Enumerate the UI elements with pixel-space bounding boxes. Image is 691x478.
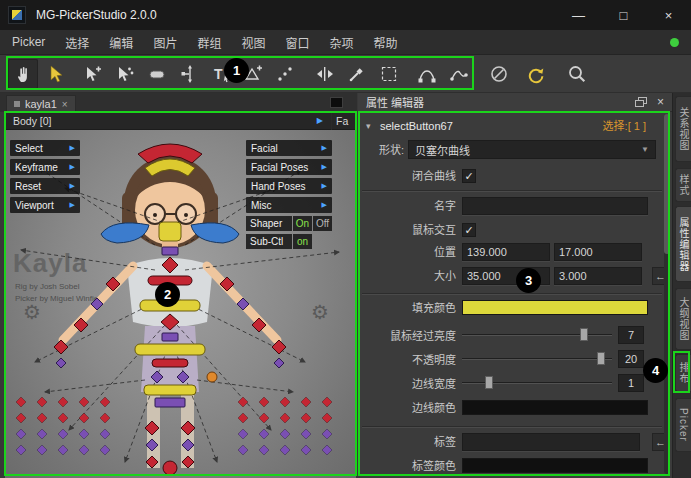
picker-button-select[interactable]: Select ▶ bbox=[10, 140, 80, 156]
hover-brightness-slider[interactable] bbox=[462, 326, 612, 344]
size-label: 大小 bbox=[366, 266, 456, 286]
annotation-badge-1: 1 bbox=[224, 58, 249, 83]
picker-button-label: Select bbox=[15, 143, 43, 154]
dock-tab-arrange[interactable]: 排布 bbox=[675, 354, 691, 392]
slider-handle[interactable] bbox=[597, 352, 605, 365]
dock-tab-outliner[interactable]: 大纲视图 bbox=[675, 288, 691, 350]
tab-close-icon[interactable]: × bbox=[62, 99, 68, 110]
dock-tab-attribute-editor[interactable]: 属性编辑器 bbox=[675, 206, 691, 282]
mouse-interact-label: 鼠标交互 bbox=[366, 220, 456, 240]
finger-button-grids bbox=[16, 397, 332, 455]
eyedropper-tool-icon[interactable] bbox=[342, 59, 372, 89]
svg-text:T: T bbox=[214, 66, 223, 82]
maximize-button[interactable]: □ bbox=[601, 0, 646, 30]
app-window: MG-PickerStudio 2.0.0 — □ × Picker 选择 编辑… bbox=[0, 0, 691, 478]
border-color-swatch[interactable] bbox=[462, 400, 648, 415]
gear-icon[interactable]: ⚙ bbox=[23, 302, 41, 322]
dock-tab-style[interactable]: 样式 bbox=[675, 168, 691, 202]
closed-curve-checkbox[interactable]: ✓ bbox=[462, 169, 476, 183]
tab-kayla1[interactable]: kayla1 × bbox=[6, 95, 76, 112]
shape-type-dropdown[interactable]: 贝塞尔曲线 ▼ bbox=[408, 140, 656, 159]
align-tool-icon[interactable] bbox=[310, 59, 340, 89]
picker-button-misc[interactable]: Misc ▶ bbox=[246, 197, 332, 213]
opacity-label: 不透明度 bbox=[366, 350, 456, 370]
watermark-title: Kayla bbox=[13, 248, 87, 279]
scrollbar-thumb[interactable] bbox=[664, 114, 670, 254]
object-collapse-icon[interactable]: ▾ bbox=[366, 116, 371, 136]
size-height-field[interactable] bbox=[554, 267, 642, 285]
name-field[interactable] bbox=[462, 197, 648, 215]
zoom-icon[interactable] bbox=[562, 59, 592, 89]
hover-brightness-value[interactable]: 7 bbox=[618, 326, 644, 344]
chevron-right-icon: ▶ bbox=[322, 182, 327, 190]
hand-tool-icon[interactable] bbox=[8, 59, 38, 89]
button-tool-icon[interactable] bbox=[142, 59, 172, 89]
hover-brightness-label: 鼠标经过亮度 bbox=[366, 326, 456, 346]
slider-handle[interactable] bbox=[485, 376, 493, 389]
add-selection-tool-icon[interactable] bbox=[78, 59, 108, 89]
section-divider bbox=[362, 426, 662, 428]
picker-canvas[interactable]: Kayla Rig by Josh Sobel Picker by Miguel… bbox=[5, 130, 356, 478]
picker-group-header[interactable]: Body [0] ▶ bbox=[5, 112, 331, 130]
picker-button-label: Misc bbox=[251, 200, 272, 211]
dock-tab-picker[interactable]: Picker bbox=[675, 398, 691, 452]
detach-picker-icon[interactable] bbox=[330, 97, 343, 108]
dock-tab-relation-view[interactable]: 关系视图 bbox=[675, 96, 691, 162]
picker-button-keyframe[interactable]: Keyframe ▶ bbox=[10, 159, 80, 175]
picker-button-facial[interactable]: Facial ▶ bbox=[246, 140, 332, 156]
mouse-interact-checkbox[interactable]: ✓ bbox=[462, 223, 476, 237]
tag-field[interactable] bbox=[462, 433, 640, 451]
menu-item-picker[interactable]: Picker bbox=[12, 35, 45, 49]
picker-button-viewport[interactable]: Viewport ▶ bbox=[10, 197, 80, 213]
menu-item-view[interactable]: 视图 bbox=[241, 34, 265, 51]
menu-item-help[interactable]: 帮助 bbox=[373, 34, 397, 51]
position-label: 位置 bbox=[366, 242, 456, 262]
opacity-value[interactable]: 20 bbox=[618, 350, 644, 368]
marquee-tool-icon[interactable] bbox=[374, 59, 404, 89]
picker-group-expand-icon[interactable]: ▶ bbox=[317, 116, 323, 125]
float-panel-icon[interactable] bbox=[635, 97, 647, 107]
opacity-slider[interactable] bbox=[462, 350, 612, 368]
border-width-value[interactable]: 1 bbox=[618, 374, 644, 392]
border-width-slider[interactable] bbox=[462, 374, 612, 392]
picker-button-facial-poses[interactable]: Facial Poses ▶ bbox=[246, 159, 332, 175]
gear-icon[interactable]: ⚙ bbox=[311, 302, 329, 322]
menu-item-group[interactable]: 群组 bbox=[197, 34, 221, 51]
tag-color-swatch[interactable] bbox=[462, 458, 648, 473]
window-title: MG-PickerStudio 2.0.0 bbox=[36, 8, 157, 22]
tab-label: kayla1 bbox=[25, 98, 57, 110]
close-button[interactable]: × bbox=[646, 0, 691, 30]
menu-item-window[interactable]: 窗口 bbox=[285, 34, 309, 51]
paint-selection-tool-icon[interactable] bbox=[110, 59, 140, 89]
scrollbar[interactable] bbox=[664, 114, 670, 474]
app-icon bbox=[8, 6, 26, 24]
picker-button-label: Facial bbox=[251, 143, 278, 154]
panel-close-icon[interactable]: × bbox=[657, 95, 664, 109]
shape-type-value: 贝塞尔曲线 bbox=[415, 142, 470, 158]
menu-item-misc[interactable]: 杂项 bbox=[329, 34, 353, 51]
shaper-on-button[interactable]: On bbox=[293, 216, 312, 231]
slider-handle[interactable] bbox=[580, 328, 588, 341]
watermark-credit-rig: Rig by Josh Sobel bbox=[15, 282, 79, 291]
shaper-off-button[interactable]: Off bbox=[313, 216, 332, 231]
menu-item-edit[interactable]: 编辑 bbox=[109, 34, 133, 51]
undo-icon[interactable] bbox=[520, 59, 550, 89]
picker-button-reset[interactable]: Reset ▶ bbox=[10, 178, 80, 194]
app-icon-mark bbox=[12, 10, 22, 20]
subctl-on-button[interactable]: on bbox=[293, 234, 312, 249]
menu-item-image[interactable]: 图片 bbox=[153, 34, 177, 51]
toggle-interactive-icon[interactable] bbox=[484, 59, 514, 89]
picker-button-hand-poses[interactable]: Hand Poses ▶ bbox=[246, 178, 332, 194]
shaper-row: Shaper On Off bbox=[246, 216, 332, 231]
select-arrow-tool-icon[interactable] bbox=[40, 59, 70, 89]
draw-curve-tool-icon[interactable] bbox=[444, 59, 474, 89]
minimize-button[interactable]: — bbox=[556, 0, 601, 30]
menu-item-select[interactable]: 选择 bbox=[65, 34, 89, 51]
move-tool-icon[interactable] bbox=[174, 59, 204, 89]
position-y-field[interactable] bbox=[554, 243, 642, 261]
bezier-curve-tool-icon[interactable] bbox=[412, 59, 442, 89]
position-x-field[interactable] bbox=[462, 243, 550, 261]
fill-color-swatch[interactable] bbox=[462, 300, 648, 315]
shaper-label: Shaper bbox=[246, 216, 292, 231]
point-snap-tool-icon[interactable] bbox=[270, 59, 300, 89]
